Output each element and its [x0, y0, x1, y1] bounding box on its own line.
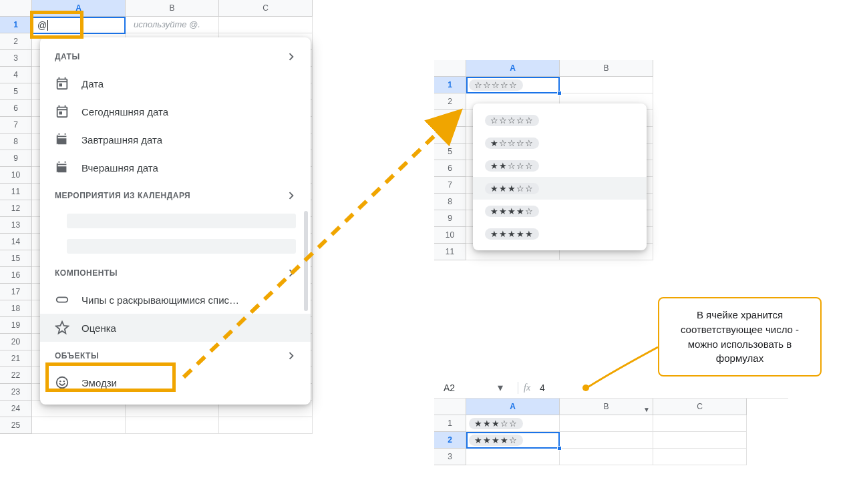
row-header[interactable]: 8	[434, 194, 466, 210]
row-header[interactable]: 22	[0, 367, 32, 384]
col-header-A[interactable]: A	[32, 0, 126, 17]
row-header[interactable]: 11	[434, 244, 466, 260]
menu-item-tomorrow[interactable]: Завтрашняя дата	[40, 125, 311, 154]
cell[interactable]	[560, 432, 653, 449]
rating-chip[interactable]: ★★★★☆	[469, 435, 523, 446]
menu-section-components[interactable]: КОМПОНЕНТЫ	[40, 259, 311, 286]
menu-section-objects[interactable]: ОБЪЕКТЫ	[40, 342, 311, 368]
name-box[interactable]: A2	[434, 383, 498, 393]
col-header-C[interactable]: C	[219, 0, 313, 17]
rating-chip[interactable]: ★★★☆☆	[469, 418, 523, 429]
cell-editor[interactable]: @	[32, 17, 126, 34]
row-header[interactable]: 24	[0, 401, 32, 417]
menu-item-emoji[interactable]: Эмодзи	[40, 368, 311, 397]
selection-handle[interactable]	[557, 446, 562, 451]
chip-icon	[55, 292, 69, 307]
menu-item-dropdown-chips[interactable]: Чипы с раскрывающимися спис…	[40, 286, 311, 314]
rating-chip: ★★★★☆	[485, 206, 539, 217]
cell[interactable]	[560, 449, 653, 465]
row-header[interactable]: 12	[0, 200, 32, 217]
row-header[interactable]: 23	[0, 384, 32, 401]
menu-item-date[interactable]: Дата	[40, 69, 311, 97]
row-header[interactable]: 2	[0, 33, 32, 50]
row-header[interactable]: 4	[0, 67, 32, 83]
row-header[interactable]: 1	[434, 77, 466, 93]
row-header[interactable]: 14	[0, 234, 32, 250]
menu-scrollbar[interactable]	[304, 211, 308, 311]
row-header[interactable]: 5	[434, 144, 466, 160]
menu-item-yesterday[interactable]: Вчерашняя дата	[40, 154, 311, 182]
cell[interactable]	[32, 417, 126, 434]
row-header[interactable]: 6	[0, 100, 32, 117]
selection-handle[interactable]	[557, 91, 562, 95]
row-header[interactable]: 18	[0, 300, 32, 317]
calendar-event-placeholder[interactable]	[40, 208, 311, 234]
row-header[interactable]: 3	[434, 110, 466, 127]
row-header[interactable]: 8	[0, 134, 32, 150]
menu-section-calendar-label: МЕРОПРИЯТИЯ ИЗ КАЛЕНДАРЯ	[55, 191, 190, 200]
col-header-B[interactable]: B▼	[560, 399, 653, 415]
cell[interactable]: ★★★☆☆	[466, 415, 560, 432]
row-header[interactable]: 3	[434, 449, 466, 465]
cell[interactable]	[219, 17, 313, 33]
cell[interactable]	[560, 415, 653, 432]
row-header[interactable]: 2	[434, 93, 466, 110]
rating-option[interactable]: ★★★☆☆	[473, 177, 647, 200]
row-header[interactable]: 1	[0, 17, 32, 33]
row-header[interactable]: 7	[0, 117, 32, 134]
row-header[interactable]: 15	[0, 250, 32, 267]
calendar-event-placeholder[interactable]	[40, 234, 311, 259]
rating-chip[interactable]: ☆☆☆☆☆	[469, 79, 523, 91]
col-header-A[interactable]: A	[466, 399, 560, 415]
select-all-corner[interactable]	[434, 399, 466, 415]
rating-option[interactable]: ☆☆☆☆☆	[473, 109, 647, 132]
row-header[interactable]: 17	[0, 284, 32, 300]
menu-section-dates[interactable]: ДАТЫ	[40, 43, 311, 69]
cell[interactable]	[219, 417, 313, 434]
row-header[interactable]: 13	[0, 217, 32, 234]
cell[interactable]	[653, 432, 747, 449]
row-header[interactable]: 19	[0, 317, 32, 334]
select-all-corner[interactable]	[0, 0, 32, 17]
cell[interactable]	[126, 417, 219, 434]
rating-option[interactable]: ★★☆☆☆	[473, 154, 647, 177]
row-header[interactable]: 10	[434, 227, 466, 244]
rating-option[interactable]: ★★★★☆	[473, 200, 647, 222]
row-header[interactable]: 5	[0, 83, 32, 100]
cell[interactable]	[560, 77, 653, 93]
cell[interactable]	[466, 449, 560, 465]
row-header[interactable]: 2	[434, 432, 466, 449]
rating-option[interactable]: ★☆☆☆☆	[473, 132, 647, 154]
name-box-dropdown-icon[interactable]: ▾	[498, 381, 512, 394]
menu-section-calendar[interactable]: МЕРОПРИЯТИЯ ИЗ КАЛЕНДАРЯ	[40, 182, 311, 208]
row-header[interactable]: 9	[434, 210, 466, 227]
menu-item-today[interactable]: Сегодняшняя дата	[40, 97, 311, 125]
row-header[interactable]: 3	[0, 50, 32, 67]
col-header-C[interactable]: C	[653, 399, 747, 415]
cell[interactable]	[653, 415, 747, 432]
row-header[interactable]: 4	[434, 127, 466, 144]
menu-item-rating[interactable]: Оценка	[40, 314, 311, 342]
row-header[interactable]: 6	[434, 160, 466, 177]
rating-option[interactable]: ★★★★★	[473, 222, 647, 245]
formula-bar-value[interactable]: 4	[540, 383, 545, 393]
row-header[interactable]: 16	[0, 267, 32, 284]
sheet-rating-value: A B▼ C 1★★★☆☆2★★★★☆3	[434, 399, 788, 465]
cell[interactable]: ☆☆☆☆☆	[466, 77, 560, 93]
row-header[interactable]: 11	[0, 184, 32, 200]
col-header-B[interactable]: B	[560, 60, 653, 77]
row-header[interactable]: 21	[0, 350, 32, 367]
row-header[interactable]: 1	[434, 415, 466, 432]
cell[interactable]: ★★★★☆	[466, 432, 560, 449]
chevron-right-icon	[284, 348, 299, 363]
row-header[interactable]: 7	[434, 177, 466, 194]
row-header[interactable]: 25	[0, 417, 32, 434]
row-header[interactable]: 20	[0, 334, 32, 350]
col-header-A[interactable]: A	[466, 60, 560, 77]
row-header[interactable]: 9	[0, 150, 32, 167]
calendar-icon	[55, 104, 69, 119]
cell[interactable]	[653, 449, 747, 465]
row-header[interactable]: 10	[0, 167, 32, 184]
col-header-B[interactable]: B	[126, 0, 219, 17]
select-all-corner[interactable]	[434, 60, 466, 77]
